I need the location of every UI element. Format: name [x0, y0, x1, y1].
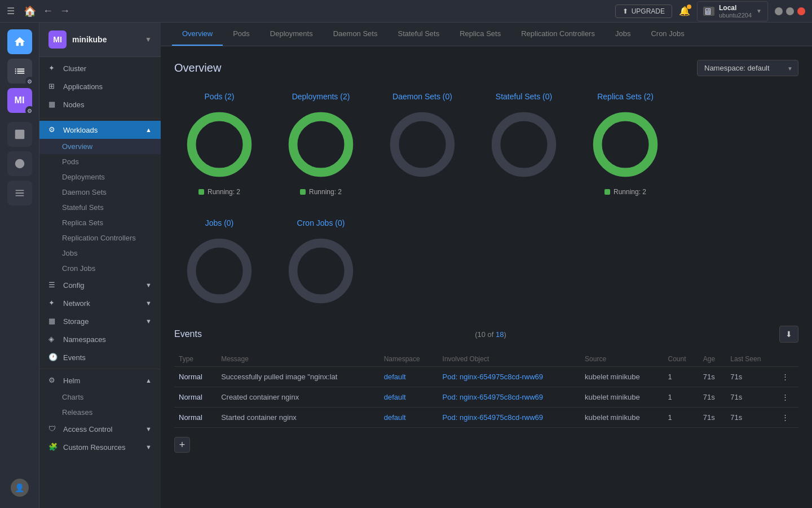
namespace-link[interactable]: default	[384, 393, 406, 401]
sidebar-item-events[interactable]: 🕐 Events	[39, 348, 161, 366]
chart-link-deployments[interactable]: Deployments (2)	[292, 92, 350, 101]
hamburger-icon[interactable]: ☰	[7, 6, 15, 16]
sidebar-sub-releases[interactable]: Releases	[39, 405, 161, 420]
sidebar-item-workloads[interactable]: ⚙ Workloads ▲	[39, 121, 161, 139]
tab-bar: Overview Pods Deployments Daemon Sets St…	[161, 23, 812, 46]
chart-link-stateful-sets[interactable]: Stateful Sets (0)	[496, 92, 552, 101]
cell-type: Normal	[174, 367, 217, 387]
sidebar-item-cluster[interactable]: ✦ Cluster	[39, 59, 161, 77]
events-count-link[interactable]: 18	[496, 330, 504, 339]
svg-point-1	[15, 159, 24, 169]
upgrade-button[interactable]: ⬆ UPGRADE	[615, 5, 672, 18]
table-row: Normal Created container nginx default P…	[174, 387, 798, 408]
donut-jobs	[183, 234, 256, 308]
cell-pod: Pod: nginx-654975c8cd-rww69	[438, 387, 581, 408]
dropdown-caret-icon: ▼	[756, 8, 762, 14]
home-nav-icon[interactable]	[7, 29, 32, 54]
pod-link[interactable]: Pod: nginx-654975c8cd-rww69	[443, 393, 544, 401]
sidebar-item-namespaces[interactable]: ◈ Namespaces	[39, 330, 161, 348]
sidebar-item-config[interactable]: ☰ Config ▼	[39, 276, 161, 294]
notification-dot	[687, 5, 691, 9]
add-button[interactable]: +	[174, 437, 190, 453]
svg-point-10	[192, 243, 248, 299]
namespace-link[interactable]: default	[384, 413, 406, 422]
nav-icon-4[interactable]	[7, 122, 32, 147]
minimize-button[interactable]	[775, 7, 783, 15]
network-label: Network	[63, 299, 90, 308]
namespace-select[interactable]: Namespace: default All Namespaces kube-s…	[697, 60, 798, 76]
pod-link[interactable]: Pod: nginx-654975c8cd-rww69	[443, 413, 544, 422]
sidebar-sub-pods[interactable]: Pods	[39, 154, 161, 169]
sidebar-item-storage[interactable]: ▦ Storage ▼	[39, 312, 161, 330]
tab-deployments[interactable]: Deployments	[260, 23, 323, 46]
chart-link-cron-jobs[interactable]: Cron Jobs (0)	[297, 218, 345, 227]
sidebar-sub-stateful-sets[interactable]: Stateful Sets	[39, 200, 161, 215]
legend-deployments: Running: 2	[300, 188, 342, 196]
forward-icon[interactable]: →	[60, 5, 70, 17]
content-area: Overview Pods Deployments Daemon Sets St…	[161, 23, 812, 508]
events-download-button[interactable]: ⬇	[779, 326, 798, 343]
cell-more[interactable]: ⋮	[777, 367, 798, 387]
maximize-button[interactable]	[786, 7, 794, 15]
sidebar-sub-replication-controllers[interactable]: Replication Controllers	[39, 230, 161, 246]
sidebar-item-custom-resources[interactable]: 🧩 Custom Resources ▼	[39, 438, 161, 456]
chart-link-replica-sets[interactable]: Replica Sets (2)	[597, 92, 654, 101]
nav-icon-6[interactable]	[7, 181, 32, 205]
cell-pod: Pod: nginx-654975c8cd-rww69	[438, 408, 581, 428]
icon-sidebar: ⚙ MI ⚙ 👤	[0, 23, 39, 508]
sidebar-sub-replica-sets[interactable]: Replica Sets	[39, 215, 161, 230]
pods-sub-label: Pods	[62, 157, 79, 166]
tab-cron-jobs[interactable]: Cron Jobs	[641, 23, 694, 46]
helm-icon: ⚙	[48, 376, 58, 385]
chart-deployments: Deployments (2) Running: 2	[276, 92, 366, 196]
pod-link[interactable]: Pod: nginx-654975c8cd-rww69	[443, 373, 544, 381]
cell-count: 1	[664, 367, 699, 387]
tab-replication-controllers[interactable]: Replication Controllers	[511, 23, 605, 46]
sidebar-item-network[interactable]: ✦ Network ▼	[39, 294, 161, 312]
workloads-icon: ⚙	[48, 125, 58, 134]
tab-daemon-sets[interactable]: Daemon Sets	[323, 23, 388, 46]
sidebar-sub-charts[interactable]: Charts	[39, 389, 161, 405]
tab-jobs[interactable]: Jobs	[605, 23, 641, 46]
chart-link-daemon-sets[interactable]: Daemon Sets (0)	[392, 92, 452, 101]
home-icon[interactable]: 🏠	[24, 5, 36, 17]
col-count: Count	[664, 352, 699, 367]
sidebar-sub-overview[interactable]: Overview	[39, 139, 161, 154]
sidebar-sub-cron-jobs[interactable]: Cron Jobs	[39, 261, 161, 276]
namespace-link[interactable]: default	[384, 373, 406, 381]
chart-link-jobs[interactable]: Jobs (0)	[205, 218, 234, 227]
cluster-info[interactable]: 🖥 Local ubuntu2204 ▼	[697, 1, 768, 21]
cell-more[interactable]: ⋮	[777, 387, 798, 408]
sidebar-sub-daemon-sets[interactable]: Daemon Sets	[39, 185, 161, 200]
back-icon[interactable]: ←	[43, 5, 53, 17]
close-button[interactable]	[797, 7, 805, 15]
namespaces-icon: ◈	[48, 335, 58, 344]
tab-pods[interactable]: Pods	[223, 23, 260, 46]
events-label: Events	[63, 353, 86, 362]
sidebar-item-nodes[interactable]: ▦ Nodes	[39, 95, 161, 113]
user-avatar-icon[interactable]: 👤	[11, 479, 29, 497]
sidebar-item-helm[interactable]: ⚙ Helm ▲	[39, 371, 161, 389]
sidebar-sub-jobs[interactable]: Jobs	[39, 246, 161, 261]
releases-sub-label: Releases	[62, 408, 92, 417]
namespaces-label: Namespaces	[63, 335, 106, 344]
tab-stateful-sets[interactable]: Stateful Sets	[387, 23, 449, 46]
topbar-right: ⬆ UPGRADE 🔔 🖥 Local ubuntu2204 ▼	[615, 1, 805, 21]
access-control-caret-icon: ▼	[145, 426, 152, 432]
chart-link-pods[interactable]: Pods (2)	[205, 92, 235, 101]
legend-dot-deployments	[300, 189, 306, 195]
nav-icon-5[interactable]	[7, 151, 32, 176]
cell-more[interactable]: ⋮	[777, 408, 798, 428]
events-section: Events (10 of 18) ⬇ Type Message Namespa…	[174, 326, 798, 428]
notification-bell[interactable]: 🔔	[679, 6, 690, 16]
sidebar-sub-deployments[interactable]: Deployments	[39, 169, 161, 185]
sidebar-item-applications[interactable]: ⊞ Applications	[39, 77, 161, 95]
cell-age: 71s	[699, 408, 726, 428]
sidebar-item-access-control[interactable]: 🛡 Access Control ▼	[39, 420, 161, 438]
cluster-header[interactable]: MI minikube ▼	[39, 23, 161, 57]
tab-overview[interactable]: Overview	[172, 23, 223, 46]
cell-last-seen: 71s	[726, 387, 777, 408]
content-header: Overview Namespace: default All Namespac…	[174, 60, 798, 76]
tab-replica-sets[interactable]: Replica Sets	[449, 23, 511, 46]
divider-2	[39, 369, 161, 369]
